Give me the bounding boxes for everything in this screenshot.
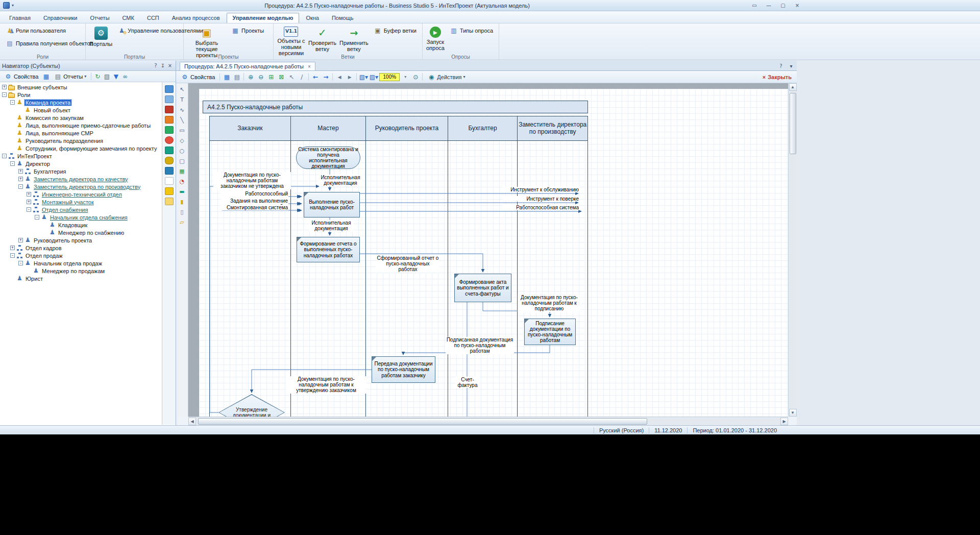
navigator-reports-button[interactable]: ▤ Отчеты ▾: [51, 71, 89, 82]
document-tool-icon[interactable]: ▯: [178, 208, 187, 216]
edge-label[interactable]: Работоспособная система: [503, 205, 579, 210]
tab-otchety[interactable]: Отчеты: [84, 13, 116, 23]
close-window-button[interactable]: ×: [792, 1, 802, 9]
zoom-actual-icon[interactable]: ⊙: [411, 72, 420, 82]
tree-item[interactable]: ♟Начальник отдела снабжения: [0, 213, 162, 221]
timer-tool-icon[interactable]: ◔: [178, 177, 187, 186]
ellipse-tool-icon[interactable]: ○: [178, 147, 187, 155]
lane-header-master[interactable]: Мастер: [290, 116, 366, 140]
filter-icon[interactable]: ▼: [112, 72, 120, 81]
objects-with-new-versions-button[interactable]: V1.1 Объекты с новыми версиями: [277, 25, 306, 57]
expander-icon[interactable]: [2, 92, 7, 97]
tree-item-selected[interactable]: ♟Команда проекта: [0, 99, 162, 106]
action-node-act[interactable]: Формирование акта выполненных работ и сч…: [454, 274, 511, 302]
check-branch-button[interactable]: ✓ Проверить ветку: [308, 25, 337, 54]
diagram-properties-button[interactable]: ⚙ Свойства: [178, 72, 217, 82]
action-node-sign[interactable]: Подписание документации по пуско-наладоч…: [524, 319, 576, 345]
tree-item[interactable]: Инженерно-технический отдел: [0, 190, 162, 198]
expander-icon[interactable]: [18, 184, 23, 189]
export-icon[interactable]: ▤: [232, 72, 241, 82]
nav-forward-icon[interactable]: →: [321, 72, 330, 82]
zoom-input[interactable]: [379, 73, 400, 81]
horizontal-scrollbar[interactable]: ◀ ▶: [188, 417, 788, 425]
edge-label[interactable]: Исполнительная документация: [318, 175, 362, 186]
red-folder-icon[interactable]: [165, 106, 174, 113]
text-tool-icon[interactable]: T: [178, 95, 187, 104]
edge-label[interactable]: Сформированный отчет о пуско-наладочных …: [376, 255, 439, 273]
exp-icon[interactable]: [10, 253, 15, 258]
tab-pomosch[interactable]: Помощь: [326, 13, 360, 23]
connector-tool-icon[interactable]: ∿: [178, 106, 187, 114]
branch-buffer-button[interactable]: ▣ Буфер ветки: [371, 25, 419, 36]
edge-label[interactable]: Подписанная документация по пуско-наладо…: [446, 337, 514, 354]
zoom-out-icon[interactable]: ⊖: [256, 72, 265, 82]
tree-item[interactable]: ♟Заместитель директора по производству: [0, 183, 162, 190]
help-icon[interactable]: ?: [152, 62, 159, 69]
tree-item[interactable]: Роли: [0, 91, 162, 99]
expander-icon[interactable]: [2, 154, 7, 158]
tree-item[interactable]: ♟Сотрудники, формирующие замечания по пр…: [0, 144, 162, 152]
portals-button[interactable]: ⚙ Порталы: [89, 25, 113, 54]
lane-header-zamdirektora[interactable]: Заместитель директора по производству: [517, 116, 587, 140]
tree-item[interactable]: ♟Директор: [0, 160, 162, 167]
survey-types-button[interactable]: ▥ Типы опроса: [447, 25, 496, 36]
projects-button[interactable]: ▦ Проекты: [229, 25, 266, 36]
close-tab-icon[interactable]: ×: [308, 64, 311, 69]
expander-icon[interactable]: [18, 177, 23, 181]
scroll-right-icon[interactable]: ▶: [780, 418, 788, 425]
lane-header-rukovoditel[interactable]: Руководитель проекта: [365, 116, 448, 140]
zoom-page-icon[interactable]: ⊞: [266, 72, 276, 82]
expander-icon[interactable]: [27, 192, 31, 197]
decision-node-approve[interactable]: Утверждение документации и: [218, 394, 285, 417]
action-node-perform[interactable]: Выполнение пуско-наладочных работ: [304, 192, 360, 217]
process-tool-icon[interactable]: ▦: [178, 167, 187, 176]
folder-icon[interactable]: [165, 198, 174, 205]
event-tool-icon[interactable]: ▬: [178, 187, 187, 196]
export-icon[interactable]: ▧: [103, 72, 111, 81]
rect-tool-icon[interactable]: ▭: [178, 126, 187, 135]
tree-item[interactable]: ♟Менеджер по продажам: [0, 267, 162, 275]
expander-icon[interactable]: [10, 161, 15, 166]
database-tool-icon[interactable]: ▮: [178, 198, 187, 206]
tab-smk[interactable]: СМК: [116, 13, 140, 23]
expander-icon[interactable]: [10, 100, 15, 105]
zoom-region-icon[interactable]: ⊠: [277, 72, 286, 82]
expander-icon[interactable]: [27, 200, 31, 204]
grid-view-icon[interactable]: ▦: [42, 72, 50, 81]
diagram-canvas[interactable]: А4.2.5 Пуско-наладочные работы Заказчик …: [188, 83, 788, 417]
zoom-dropdown-icon[interactable]: ▾: [401, 72, 410, 82]
tree-item[interactable]: Бухгалтерия: [0, 167, 162, 175]
tab-upravlenie-modelyu[interactable]: Управление моделью: [227, 13, 300, 23]
tree-item[interactable]: ♟Заместитель директора по качеству: [0, 175, 162, 183]
link-icon[interactable]: ∞: [121, 72, 129, 81]
tree-item[interactable]: ♟Менеджер по снабжению: [0, 229, 162, 236]
edge-label[interactable]: Инструмент к поверке: [503, 196, 579, 202]
tree-item[interactable]: ♟Кладовщик: [0, 221, 162, 229]
tree-item[interactable]: Отдел кадров: [0, 244, 162, 252]
close-panel-icon[interactable]: ×: [166, 62, 174, 69]
tree-item[interactable]: ♟Руководитель проекта: [0, 236, 162, 244]
edge-label[interactable]: Документация по пуско-наладочным работам…: [286, 376, 366, 394]
gear-icon[interactable]: [165, 116, 174, 124]
vertical-scroll-thumb[interactable]: [790, 93, 796, 154]
navigator-properties-button[interactable]: ⚙ Свойства: [2, 71, 41, 82]
zoom-in-icon[interactable]: ⊕: [246, 72, 255, 82]
tree-item[interactable]: ИнТехПроект: [0, 152, 162, 160]
tree-item[interactable]: ♟Руководитель подразделения: [0, 137, 162, 144]
clock-icon[interactable]: [165, 136, 174, 144]
tab-okna[interactable]: Окна: [300, 13, 325, 23]
user-roles-button[interactable]: ♟ Роли пользователя: [3, 25, 95, 36]
screen-icon[interactable]: ▭: [749, 1, 760, 9]
folder-tool-icon[interactable]: ▱: [178, 218, 187, 227]
line-tool-icon[interactable]: ╲: [178, 116, 187, 125]
layout-grid-icon[interactable]: ▨▾: [369, 72, 378, 82]
edge-label[interactable]: Документация по пуско-наладочным работам…: [518, 295, 581, 312]
vertical-scrollbar[interactable]: ▲ ▼: [788, 83, 797, 417]
tree-item[interactable]: ♟Юрист: [0, 275, 162, 282]
start-survey-button[interactable]: ▶ Запуск опроса: [426, 25, 445, 54]
expander-icon[interactable]: [2, 85, 7, 89]
minimize-button[interactable]: —: [764, 1, 774, 9]
expander-icon[interactable]: [18, 261, 23, 265]
next-page-icon[interactable]: ▶: [345, 72, 354, 82]
edge-label[interactable]: Смонтированная система: [221, 205, 288, 210]
